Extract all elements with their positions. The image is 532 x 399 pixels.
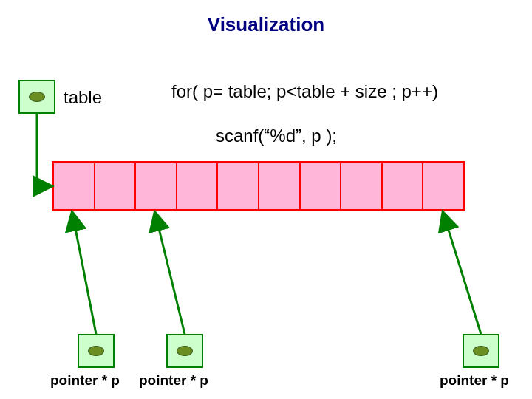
pointer-box xyxy=(78,334,115,368)
svg-line-0 xyxy=(72,214,96,334)
table-label: table xyxy=(64,87,102,108)
pointer-label: pointer * p xyxy=(139,372,208,389)
dot-icon xyxy=(473,346,489,356)
dot-icon xyxy=(88,346,104,356)
svg-line-2 xyxy=(443,214,481,334)
array-cell xyxy=(218,163,259,209)
pointer-box xyxy=(463,334,499,368)
code-for-line: for( p= table; p<table + size ; p++) xyxy=(171,81,438,102)
array-cell xyxy=(177,163,219,209)
array-cell xyxy=(136,163,177,209)
array-cell xyxy=(301,163,342,209)
table-pointer-box xyxy=(18,80,55,114)
dot-icon xyxy=(29,92,45,102)
svg-line-1 xyxy=(155,214,185,334)
array-cell xyxy=(423,163,463,209)
array-row xyxy=(52,161,466,211)
pointer-label: pointer * p xyxy=(440,372,509,389)
array-cell xyxy=(383,163,424,209)
pointer-label: pointer * p xyxy=(50,372,120,389)
dot-icon xyxy=(177,346,193,356)
array-cell xyxy=(95,163,137,209)
array-cell xyxy=(259,163,301,209)
pointer-box xyxy=(166,334,203,368)
code-scanf-line: scanf(“%d”, p ); xyxy=(216,126,337,146)
array-cell xyxy=(54,163,95,209)
page-title: Visualization xyxy=(0,13,532,36)
array-cell xyxy=(341,163,383,209)
